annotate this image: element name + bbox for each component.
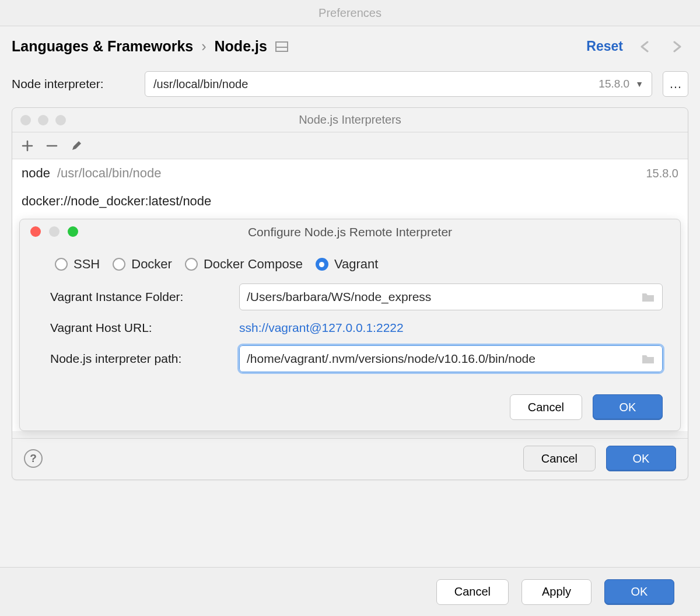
- header-actions: Reset: [586, 38, 684, 54]
- list-item[interactable]: node /usr/local/bin/node 15.8.0: [12, 159, 688, 187]
- radio-vagrant[interactable]: Vagrant: [316, 257, 378, 272]
- interpreter-name: node: [22, 166, 50, 181]
- interpreters-dialog: Node.js Interpreters node /usr/local/bin…: [12, 107, 688, 480]
- cancel-button[interactable]: Cancel: [523, 446, 596, 471]
- nodejs-interpreter-path-input[interactable]: /home/vagrant/.nvm/versions/node/v10.16.…: [239, 345, 663, 372]
- folder-icon[interactable]: [641, 353, 655, 365]
- nodejs-interpreter-path-value: /home/vagrant/.nvm/versions/node/v10.16.…: [247, 352, 536, 366]
- vagrant-host-url-value[interactable]: ssh://vagrant@127.0.0.1:2222: [239, 321, 404, 335]
- interpreters-footer-buttons: Cancel OK: [523, 446, 676, 471]
- radio-docker[interactable]: Docker: [113, 257, 172, 272]
- remote-dialog-footer: Cancel OK: [20, 377, 680, 420]
- vagrant-instance-folder-row: Vagrant Instance Folder: /Users/barbara/…: [20, 278, 680, 315]
- radio-docker-compose[interactable]: Docker Compose: [185, 257, 303, 272]
- nodejs-interpreter-path-label: Node.js interpreter path:: [50, 352, 231, 366]
- breadcrumb-separator: ›: [201, 38, 206, 55]
- window-layout-icon[interactable]: [275, 41, 288, 52]
- breadcrumb-root[interactable]: Languages & Frameworks: [12, 38, 193, 55]
- interpreter-name: docker://node_docker:latest/node: [22, 194, 211, 209]
- remote-dialog-titlebar: Configure Node.js Remote Interpreter: [20, 219, 680, 245]
- radio-label: Docker Compose: [204, 257, 303, 272]
- nav-forward-icon[interactable]: [668, 41, 684, 52]
- node-interpreter-row: Node interpreter: /usr/local/bin/node 15…: [0, 65, 700, 105]
- node-interpreter-version-wrap: 15.8.0 ▼: [598, 78, 643, 90]
- interpreters-dialog-footer: ? Cancel OK: [12, 438, 688, 480]
- edit-icon[interactable]: [71, 140, 82, 152]
- vagrant-instance-folder-value: /Users/barbara/WS/node_express: [247, 290, 431, 304]
- traffic-zoom-icon[interactable]: [55, 115, 66, 125]
- preferences-footer: Cancel Apply OK: [0, 567, 700, 616]
- list-item[interactable]: docker://node_docker:latest/node: [12, 187, 688, 215]
- nodejs-interpreter-path-row: Node.js interpreter path: /home/vagrant/…: [20, 340, 680, 377]
- remote-interpreter-dialog: Configure Node.js Remote Interpreter SSH…: [19, 219, 681, 431]
- apply-button[interactable]: Apply: [522, 579, 592, 605]
- radio-indicator-icon: [316, 258, 328, 271]
- help-icon[interactable]: ?: [24, 449, 43, 468]
- traffic-close-icon[interactable]: [30, 226, 41, 237]
- radio-indicator-icon: [55, 258, 68, 271]
- node-interpreter-label: Node interpreter:: [12, 77, 134, 91]
- chevron-down-icon: ▼: [635, 79, 643, 89]
- traffic-lights: [30, 226, 78, 237]
- radio-label: Docker: [131, 257, 172, 272]
- ok-button[interactable]: OK: [604, 579, 674, 605]
- breadcrumb-leaf: Node.js: [215, 38, 267, 55]
- traffic-lights: [20, 115, 66, 125]
- window-title-bar: Preferences: [0, 0, 700, 26]
- interpreters-dialog-title: Node.js Interpreters: [299, 113, 401, 127]
- traffic-minimize-icon[interactable]: [38, 115, 48, 125]
- radio-label: Vagrant: [334, 257, 378, 272]
- header: Languages & Frameworks › Node.js Reset: [0, 26, 700, 65]
- traffic-zoom-icon[interactable]: [68, 226, 78, 237]
- browse-interpreters-button[interactable]: …: [663, 71, 688, 97]
- traffic-minimize-icon[interactable]: [49, 226, 60, 237]
- remove-icon[interactable]: [46, 140, 58, 152]
- node-interpreter-value: /usr/local/bin/node: [153, 78, 248, 91]
- interpreters-toolbar: [12, 132, 688, 159]
- remote-type-radio-group: SSH Docker Docker Compose Vagrant: [20, 245, 680, 278]
- radio-indicator-icon: [185, 258, 198, 271]
- node-interpreter-combo[interactable]: /usr/local/bin/node 15.8.0 ▼: [145, 71, 652, 97]
- radio-ssh[interactable]: SSH: [55, 257, 100, 272]
- vagrant-instance-folder-input[interactable]: /Users/barbara/WS/node_express: [239, 284, 663, 310]
- window-title: Preferences: [318, 6, 382, 20]
- add-icon[interactable]: [22, 140, 33, 152]
- interpreters-list: node /usr/local/bin/node 15.8.0 docker:/…: [12, 159, 688, 431]
- vagrant-host-url-row: Vagrant Host URL: ssh://vagrant@127.0.0.…: [20, 315, 680, 340]
- interpreter-version: 15.8.0: [646, 167, 678, 180]
- interpreter-path: /usr/local/bin/node: [57, 166, 162, 181]
- vagrant-instance-folder-label: Vagrant Instance Folder:: [50, 290, 231, 304]
- node-interpreter-version: 15.8.0: [598, 78, 629, 90]
- breadcrumb: Languages & Frameworks › Node.js: [12, 38, 288, 55]
- reset-button[interactable]: Reset: [586, 38, 623, 54]
- traffic-close-icon[interactable]: [20, 115, 31, 125]
- ok-button[interactable]: OK: [593, 394, 663, 420]
- vagrant-host-url-label: Vagrant Host URL:: [50, 321, 231, 335]
- remote-dialog-title: Configure Node.js Remote Interpreter: [248, 225, 452, 239]
- interpreters-dialog-titlebar: Node.js Interpreters: [12, 108, 688, 132]
- radio-label: SSH: [74, 257, 100, 272]
- nav-back-icon[interactable]: [638, 41, 653, 52]
- cancel-button[interactable]: Cancel: [510, 394, 582, 420]
- ok-button[interactable]: OK: [606, 446, 676, 471]
- folder-icon[interactable]: [641, 291, 655, 303]
- cancel-button[interactable]: Cancel: [436, 579, 509, 605]
- ellipsis-icon: …: [669, 76, 682, 92]
- radio-indicator-icon: [113, 258, 125, 271]
